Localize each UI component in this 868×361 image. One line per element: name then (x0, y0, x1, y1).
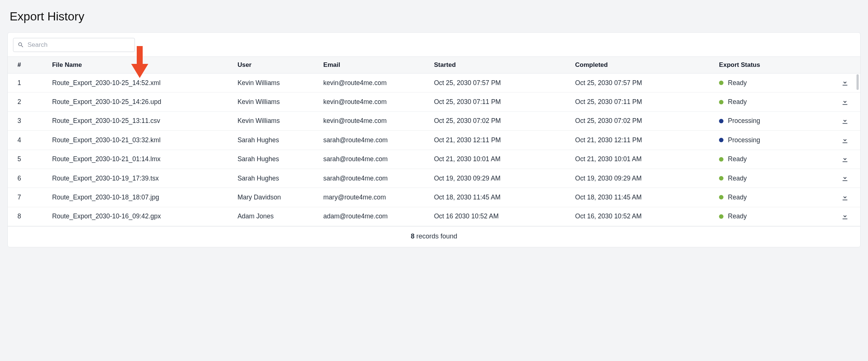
cell-status: Ready (719, 92, 830, 111)
table-row[interactable]: 3Route_Export_2030-10-25_13:11.csvKevin … (8, 111, 860, 130)
table-row[interactable]: 7Route_Export_2030-10-18_18:07.jpgMary D… (8, 188, 860, 207)
cell-filename: Route_Export_2030-10-25_14:52.xml (52, 74, 237, 92)
cell-started: Oct 19, 2030 09:29 AM (434, 169, 575, 188)
cell-completed: Oct 25, 2030 07:57 PM (575, 74, 719, 92)
status-label: Ready (728, 79, 747, 87)
cell-email: kevin@route4me.com (323, 92, 434, 111)
cell-status: Ready (719, 169, 830, 188)
cell-started: Oct 18, 2030 11:45 AM (434, 188, 575, 207)
download-icon[interactable] (841, 98, 849, 105)
column-header-file[interactable]: File Name (52, 57, 237, 74)
status-dot-icon (719, 119, 723, 123)
cell-user: Sarah Hughes (237, 169, 323, 188)
cell-filename: Route_Export_2030-10-16_09:42.gpx (52, 207, 237, 226)
table-row[interactable]: 8Route_Export_2030-10-16_09:42.gpxAdam J… (8, 207, 860, 226)
cell-download (830, 131, 860, 150)
status-label: Ready (728, 155, 747, 163)
cell-index: 2 (8, 92, 52, 111)
download-icon[interactable] (841, 193, 849, 201)
cell-filename: Route_Export_2030-10-21_01:14.lmx (52, 150, 237, 169)
cell-completed: Oct 25, 2030 07:02 PM (575, 111, 719, 130)
cell-status: Ready (719, 74, 830, 92)
cell-status: Ready (719, 188, 830, 207)
column-header-completed[interactable]: Completed (575, 57, 719, 74)
status-dot-icon (719, 81, 723, 85)
download-icon[interactable] (841, 117, 849, 124)
column-header-started[interactable]: Started (434, 57, 575, 74)
status-dot-icon (719, 214, 723, 219)
download-icon[interactable] (841, 155, 849, 163)
status-label: Ready (728, 193, 747, 201)
cell-started: Oct 21, 2030 12:11 PM (434, 131, 575, 150)
cell-download (830, 92, 860, 111)
cell-completed: Oct 19, 2030 09:29 AM (575, 169, 719, 188)
column-header-status[interactable]: Export Status (719, 57, 830, 74)
search-wrap (13, 38, 135, 52)
cell-email: sarah@route4me.com (323, 150, 434, 169)
records-footer: 8 records found (8, 226, 860, 247)
cell-email: adam@route4me.com (323, 207, 434, 226)
page-title: Export History (7, 0, 861, 32)
cell-email: sarah@route4me.com (323, 131, 434, 150)
status-dot-icon (719, 100, 723, 104)
cell-download (830, 207, 860, 226)
table-row[interactable]: 1Route_Export_2030-10-25_14:52.xmlKevin … (8, 74, 860, 92)
cell-started: Oct 25, 2030 07:11 PM (434, 92, 575, 111)
cell-download (830, 169, 860, 188)
cell-download (830, 188, 860, 207)
cell-user: Adam Jones (237, 207, 323, 226)
table-row[interactable]: 5Route_Export_2030-10-21_01:14.lmxSarah … (8, 150, 860, 169)
cell-filename: Route_Export_2030-10-19_17:39.tsx (52, 169, 237, 188)
cell-started: Oct 21, 2030 10:01 AM (434, 150, 575, 169)
download-icon[interactable] (841, 136, 849, 143)
cell-filename: Route_Export_2030-10-25_13:11.csv (52, 111, 237, 130)
cell-user: Kevin Williams (237, 74, 323, 92)
records-count: 8 (411, 232, 414, 240)
column-header-index[interactable]: # (8, 57, 52, 74)
cell-index: 7 (8, 188, 52, 207)
column-header-download (830, 57, 860, 74)
cell-index: 6 (8, 169, 52, 188)
table-header-row: # File Name User Email Started Completed… (8, 57, 860, 74)
cell-index: 1 (8, 74, 52, 92)
cell-download (830, 150, 860, 169)
column-header-email[interactable]: Email (323, 57, 434, 74)
status-dot-icon (719, 157, 723, 162)
records-suffix: records found (414, 232, 457, 240)
export-history-card: # File Name User Email Started Completed… (7, 32, 861, 247)
table-row[interactable]: 4Route_Export_2030-10-21_03:32.kmlSarah … (8, 131, 860, 150)
cell-status: Processing (719, 131, 830, 150)
cell-started: Oct 25, 2030 07:57 PM (434, 74, 575, 92)
status-dot-icon (719, 195, 723, 199)
cell-email: kevin@route4me.com (323, 111, 434, 130)
status-label: Ready (728, 212, 747, 220)
download-icon[interactable] (841, 212, 849, 220)
cell-completed: Oct 18, 2030 11:45 AM (575, 188, 719, 207)
cell-email: kevin@route4me.com (323, 74, 434, 92)
status-label: Processing (728, 117, 760, 125)
cell-started: Oct 16 2030 10:52 AM (434, 207, 575, 226)
cell-user: Sarah Hughes (237, 150, 323, 169)
scrollbar-thumb[interactable] (856, 74, 859, 90)
cell-completed: Oct 25, 2030 07:11 PM (575, 92, 719, 111)
status-dot-icon (719, 176, 723, 180)
cell-completed: Oct 21, 2030 10:01 AM (575, 150, 719, 169)
cell-index: 4 (8, 131, 52, 150)
cell-download (830, 111, 860, 130)
cell-filename: Route_Export_2030-10-21_03:32.kml (52, 131, 237, 150)
card-toolbar (8, 33, 860, 56)
table-row[interactable]: 6Route_Export_2030-10-19_17:39.tsxSarah … (8, 169, 860, 188)
status-dot-icon (719, 138, 723, 142)
cell-status: Processing (719, 111, 830, 130)
cell-email: sarah@route4me.com (323, 169, 434, 188)
status-label: Processing (728, 136, 760, 144)
column-header-user[interactable]: User (237, 57, 323, 74)
table-row[interactable]: 2Route_Export_2030-10-25_14:26.updKevin … (8, 92, 860, 111)
status-label: Ready (728, 98, 747, 106)
download-icon[interactable] (841, 79, 849, 86)
download-icon[interactable] (841, 174, 849, 182)
cell-user: Sarah Hughes (237, 131, 323, 150)
search-input[interactable] (13, 38, 135, 52)
cell-index: 8 (8, 207, 52, 226)
status-label: Ready (728, 175, 747, 182)
